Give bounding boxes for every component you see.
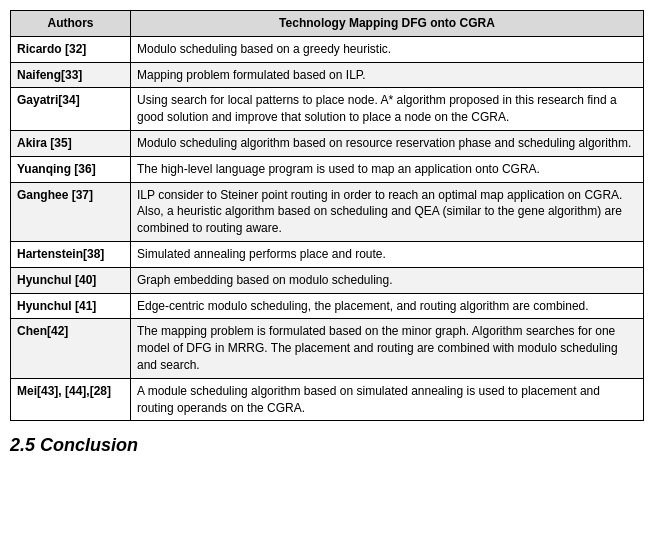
table-row: Mei[43], [44],[28]A module scheduling al… <box>11 378 644 421</box>
col-header-authors: Authors <box>11 11 131 37</box>
table-cell-description: Simulated annealing performs place and r… <box>131 241 644 267</box>
table-cell-author: Hyunchul [41] <box>11 293 131 319</box>
table-cell-description: Modulo scheduling based on a greedy heur… <box>131 36 644 62</box>
table-cell-description: Modulo scheduling algorithm based on res… <box>131 130 644 156</box>
table-row: Ganghee [37]ILP consider to Steiner poin… <box>11 182 644 241</box>
table-row: Yuanqing [36]The high-level language pro… <box>11 156 644 182</box>
table-row: Naifeng[33]Mapping problem formulated ba… <box>11 62 644 88</box>
table-cell-author: Hyunchul [40] <box>11 267 131 293</box>
authors-table: Authors Technology Mapping DFG onto CGRA… <box>10 10 644 421</box>
table-row: Akira [35]Modulo scheduling algorithm ba… <box>11 130 644 156</box>
table-cell-author: Naifeng[33] <box>11 62 131 88</box>
table-header-row: Authors Technology Mapping DFG onto CGRA <box>11 11 644 37</box>
table-cell-description: ILP consider to Steiner point routing in… <box>131 182 644 241</box>
table-cell-description: The mapping problem is formulated based … <box>131 319 644 378</box>
table-cell-author: Yuanqing [36] <box>11 156 131 182</box>
table-cell-author: Chen[42] <box>11 319 131 378</box>
table-cell-description: Graph embedding based on modulo scheduli… <box>131 267 644 293</box>
table-cell-author: Gayatri[34] <box>11 88 131 131</box>
table-cell-author: Ganghee [37] <box>11 182 131 241</box>
section-heading: 2.5 Conclusion <box>10 435 644 456</box>
table-cell-description: The high-level language program is used … <box>131 156 644 182</box>
table-cell-description: Edge-centric modulo scheduling, the plac… <box>131 293 644 319</box>
table-cell-description: Using search for local patterns to place… <box>131 88 644 131</box>
table-row: Hartenstein[38]Simulated annealing perfo… <box>11 241 644 267</box>
table-row: Chen[42]The mapping problem is formulate… <box>11 319 644 378</box>
table-cell-author: Hartenstein[38] <box>11 241 131 267</box>
table-row: Gayatri[34]Using search for local patter… <box>11 88 644 131</box>
table-row: Ricardo [32]Modulo scheduling based on a… <box>11 36 644 62</box>
table-row: Hyunchul [40]Graph embedding based on mo… <box>11 267 644 293</box>
table-row: Hyunchul [41]Edge-centric modulo schedul… <box>11 293 644 319</box>
table-cell-author: Akira [35] <box>11 130 131 156</box>
col-header-technology: Technology Mapping DFG onto CGRA <box>131 11 644 37</box>
table-cell-description: A module scheduling algorithm based on s… <box>131 378 644 421</box>
table-cell-author: Mei[43], [44],[28] <box>11 378 131 421</box>
table-cell-description: Mapping problem formulated based on ILP. <box>131 62 644 88</box>
table-cell-author: Ricardo [32] <box>11 36 131 62</box>
